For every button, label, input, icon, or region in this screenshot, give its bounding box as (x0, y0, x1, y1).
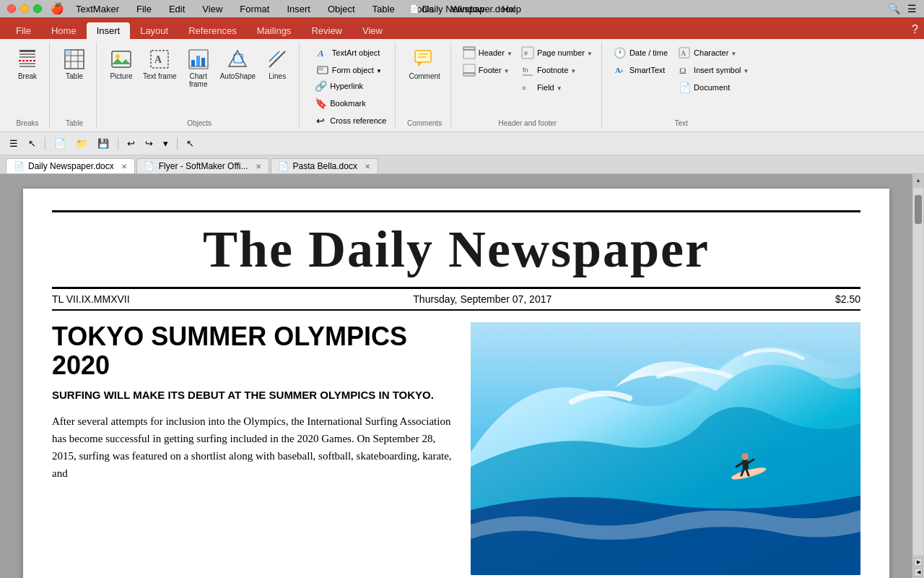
datetime-button[interactable]: 🕐 Date / time (611, 45, 671, 61)
document-button[interactable]: 📄 Document (675, 79, 751, 95)
list-icon[interactable]: ☰ (907, 3, 917, 14)
text-frame-button[interactable]: A Text frame (139, 45, 181, 83)
apple-logo[interactable]: 🍎 (51, 2, 64, 15)
svg-rect-36 (463, 73, 475, 76)
tab-review[interactable]: Review (301, 22, 352, 39)
undo-dropdown-btn[interactable]: ▾ (160, 137, 172, 150)
header-icon (463, 46, 476, 59)
doc-tab-label-2: Flyer - SoftMaker Offi... (159, 161, 248, 171)
doc-tab-flyer[interactable]: 📄 Flyer - SoftMaker Offi... ✕ (136, 158, 269, 173)
menu-file[interactable]: File (134, 2, 154, 16)
menu-textmaker[interactable]: TextMaker (73, 2, 122, 16)
autoshape-button[interactable]: AutoShape (216, 45, 261, 83)
tab-file[interactable]: File (6, 22, 41, 39)
break-label: Break (18, 72, 37, 80)
tab-view[interactable]: View (352, 22, 393, 39)
newspaper-price: $2.50 (835, 293, 860, 305)
form-object-icon (316, 64, 329, 77)
open-btn[interactable]: 📁 (72, 137, 91, 150)
picture-button[interactable]: Picture (105, 45, 137, 83)
image-column (471, 322, 860, 575)
article-subheadline: SURFING WILL MAKE ITS DEBUT AT THE SUMME… (52, 388, 456, 402)
footer-button[interactable]: Footer ▼ (460, 62, 515, 78)
traffic-lights (7, 4, 42, 13)
datetime-icon: 🕐 (614, 46, 627, 59)
doc-tab-icon-3: 📄 (279, 161, 289, 171)
newspaper-subline: TL VII.IX.MMXVII Thursday, September 07,… (52, 288, 860, 311)
scroll-left-btn[interactable]: ◀ (914, 568, 923, 577)
doc-tab-close-1[interactable]: ✕ (121, 163, 127, 171)
menu-insert[interactable]: Insert (284, 2, 313, 16)
tab-insert[interactable]: Insert (87, 22, 131, 39)
minimize-button[interactable] (20, 4, 29, 13)
doc-tab-icon-2: 📄 (144, 161, 154, 171)
select-btn[interactable]: ↖ (183, 137, 198, 150)
ribbon-group-header-footer: Header ▼ Footer ▼ (454, 42, 602, 129)
redo-btn[interactable]: ↪ (141, 137, 157, 150)
menu-toggle-btn[interactable]: ☰ (6, 137, 22, 150)
menu-format[interactable]: Format (237, 2, 272, 16)
bookmark-label: Bookmark (330, 99, 366, 108)
doc-tab-close-2[interactable]: ✕ (256, 163, 261, 171)
fullscreen-button[interactable] (33, 4, 42, 13)
doc-tab-pasta[interactable]: 📄 Pasta Bella.docx ✕ (271, 158, 378, 173)
svg-text:+: + (620, 68, 624, 74)
table-button[interactable]: Table (58, 45, 90, 83)
title-bar-right: 🔍 ☰ (888, 3, 917, 14)
hyperlink-button[interactable]: 🔗 Hyperlink (311, 78, 389, 94)
table-group-label: Table (66, 118, 83, 129)
close-button[interactable] (7, 4, 16, 13)
newspaper-title: The Daily Newspaper (52, 220, 860, 280)
lines-button[interactable]: Lines (261, 45, 293, 83)
chart-frame-button[interactable]: Chartframe (183, 45, 214, 91)
file-icon: 📄 (409, 4, 419, 14)
toolbar: ☰ ↖ 📄 📁 💾 ↩ ↪ ▾ ↖ (0, 132, 924, 155)
cross-reference-button[interactable]: ↩ Cross reference (311, 113, 389, 129)
bookmark-button[interactable]: 🔖 Bookmark (311, 95, 389, 111)
footer-icon (463, 64, 476, 77)
tab-mailings[interactable]: Mailings (247, 22, 302, 39)
vertical-scrollbar[interactable]: ▲ ▶ ◀ ▼ (912, 174, 924, 578)
new-btn[interactable]: 📄 (51, 137, 69, 150)
footnote-button[interactable]: fn Footnote ▼ (518, 62, 596, 78)
scroll-up-btn[interactable]: ▲ (912, 174, 924, 186)
svg-rect-1 (19, 53, 35, 55)
menu-object[interactable]: Object (325, 2, 358, 16)
svg-rect-28 (415, 51, 431, 62)
tab-references[interactable]: References (178, 22, 246, 39)
scroll-right-btn[interactable]: ▶ (914, 558, 923, 566)
page-number-button[interactable]: # Page number ▼ (518, 45, 596, 61)
break-button[interactable]: Break (12, 45, 43, 83)
field-button[interactable]: ≡ Field ▼ (518, 79, 596, 95)
scroll-track[interactable] (913, 188, 923, 555)
search-icon[interactable]: 🔍 (888, 3, 900, 14)
undo-btn[interactable]: ↩ (123, 137, 139, 150)
smarttext-button[interactable]: A + SmartText (611, 62, 671, 78)
doc-tab-daily-newspaper[interactable]: 📄 Daily Newspaper.docx ✕ (6, 158, 135, 173)
character-label: Character ▼ (694, 48, 736, 57)
scroll-thumb[interactable] (915, 195, 922, 224)
menu-view[interactable]: View (199, 2, 225, 16)
textart-button[interactable]: A TextArt object (313, 45, 385, 61)
autoshape-label: AutoShape (220, 72, 256, 80)
header-button[interactable]: Header ▼ (460, 45, 515, 61)
character-button[interactable]: A Character ▼ (675, 45, 751, 61)
form-object-button[interactable]: Form object ▼ (313, 62, 385, 78)
surf-image (471, 322, 860, 575)
menu-table[interactable]: Table (370, 2, 398, 16)
svg-marker-21 (229, 51, 246, 66)
tab-home[interactable]: Home (41, 22, 87, 39)
cross-reference-label: Cross reference (330, 116, 386, 125)
pointer-btn[interactable]: ↖ (25, 137, 40, 150)
insert-symbol-button[interactable]: Ω Insert symbol ▼ (675, 62, 751, 78)
tab-layout[interactable]: Layout (130, 22, 178, 39)
document-scroll[interactable]: The Daily Newspaper TL VII.IX.MMXVII Thu… (0, 174, 912, 578)
article-headline: TOKYO SUMMER OLYMPICS 2020 (52, 322, 456, 379)
doc-tab-close-3[interactable]: ✕ (365, 163, 370, 171)
help-button[interactable]: ? (906, 20, 924, 39)
comment-button[interactable]: Comment (404, 45, 444, 83)
menu-edit[interactable]: Edit (166, 2, 188, 16)
field-icon: ≡ (521, 81, 534, 94)
save-btn[interactable]: 💾 (94, 137, 113, 150)
hyperlink-label: Hyperlink (330, 82, 363, 90)
